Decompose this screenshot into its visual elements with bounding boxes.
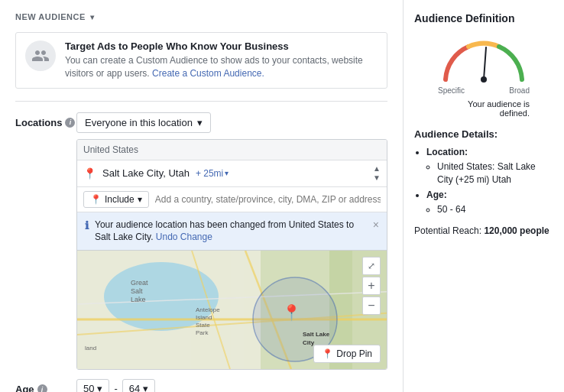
svg-line-21 <box>484 47 486 79</box>
svg-text:City: City <box>303 339 315 346</box>
location-pin-small-icon: 📍 <box>90 194 102 205</box>
svg-text:Great: Great <box>131 279 148 287</box>
svg-text:📍: 📍 <box>282 303 301 322</box>
locations-info-icon[interactable]: i <box>65 118 75 128</box>
reach-number: 120,000 people <box>484 225 549 236</box>
custom-audience-banner: Target Ads to People Who Know Your Busin… <box>15 32 387 89</box>
gauge-defined-text: Your audience is defined. <box>438 99 530 118</box>
map-controls: ⤢ + − <box>362 257 381 315</box>
age-min-chevron-icon: ▾ <box>97 383 102 392</box>
detail-age: Age: 50 - 64 <box>426 189 553 216</box>
drop-pin-icon: 📍 <box>322 348 333 359</box>
location-item: 📍 Salt Lake City, Utah + 25mi ▾ ▲ ▼ <box>77 160 387 187</box>
svg-text:Park: Park <box>196 329 209 336</box>
banner-description: You can create a Custom Audience to show… <box>65 54 378 80</box>
age-content: 50 ▾ - 64 ▾ <box>76 379 387 392</box>
detail-location: Location: United States: Salt Lake City … <box>426 146 553 186</box>
location-notice: ℹ Your audience location has been change… <box>77 212 387 251</box>
divider <box>15 101 387 102</box>
banner-title: Target Ads to People Who Know Your Busin… <box>65 40 378 52</box>
create-custom-audience-link[interactable]: Create a Custom Audience. <box>152 68 264 79</box>
locations-row: Locations i Everyone in this location ▾ … <box>15 112 387 371</box>
age-row: Age i 50 ▾ - 64 ▾ <box>15 379 387 392</box>
gauge-svg <box>438 34 530 83</box>
map-expand-button[interactable]: ⤢ <box>362 257 381 275</box>
header-chevron-icon: ▾ <box>90 13 95 21</box>
location-pin-icon: 📍 <box>83 167 96 180</box>
banner-text: Target Ads to People Who Know Your Busin… <box>65 40 378 80</box>
drop-pin-button[interactable]: 📍 Drop Pin <box>313 345 381 363</box>
gauge-container: Specific Broad Your audience is defined. <box>414 34 553 118</box>
audience-details-title: Audience Details: <box>414 128 553 140</box>
gauge-labels: Specific Broad <box>438 86 530 95</box>
svg-text:Salt: Salt <box>131 287 143 295</box>
header-title: NEW AUDIENCE <box>15 12 86 21</box>
notice-info-icon: ℹ <box>85 219 89 232</box>
add-location-input[interactable] <box>155 194 381 205</box>
potential-reach: Potential Reach: 120,000 people <box>414 225 553 236</box>
notice-close-icon[interactable]: × <box>373 219 379 231</box>
map-container: 📍 Great Salt Lake Antelope Island State … <box>77 251 387 369</box>
map-zoom-in-button[interactable]: + <box>362 277 381 295</box>
location-radius-control[interactable]: + 25mi ▾ <box>196 168 229 179</box>
audience-details: Audience Details: Location: United State… <box>414 128 553 216</box>
include-chevron-icon: ▾ <box>138 194 142 205</box>
age-min-select[interactable]: 50 ▾ <box>76 379 109 392</box>
location-city: Salt Lake City, Utah <box>102 167 190 179</box>
age-max-select[interactable]: 64 ▾ <box>122 379 155 392</box>
detail-age-value: 50 - 64 <box>437 203 553 216</box>
include-row: 📍 Include ▾ <box>77 187 387 212</box>
audience-icon <box>25 40 56 71</box>
gauge-wrapper <box>438 34 530 83</box>
svg-text:Lake: Lake <box>131 296 146 303</box>
scroll-down-icon[interactable]: ▼ <box>373 174 381 182</box>
age-info-icon[interactable]: i <box>37 384 47 392</box>
svg-text:Salt Lake: Salt Lake <box>303 331 330 338</box>
svg-text:land: land <box>85 345 96 352</box>
sidebar-title: Audience Definition <box>414 12 553 24</box>
svg-point-22 <box>481 76 487 83</box>
location-type-chevron-icon: ▾ <box>197 117 203 128</box>
new-audience-header[interactable]: NEW AUDIENCE ▾ <box>15 12 387 21</box>
location-country: United States <box>77 140 387 160</box>
undo-change-link[interactable]: Undo Change <box>156 232 212 242</box>
age-separator: - <box>114 383 117 392</box>
location-type-select[interactable]: Everyone in this location ▾ <box>76 112 211 133</box>
detail-location-value: United States: Salt Lake City (+25 mi) U… <box>437 160 553 186</box>
notice-text: Your audience location has been changed … <box>95 219 367 245</box>
locations-label: Locations i <box>15 112 76 128</box>
audience-definition-sidebar: Audience Definition Specific Broad <box>404 0 564 392</box>
svg-text:State: State <box>196 322 210 329</box>
age-label: Age i <box>15 379 76 392</box>
locations-content: Everyone in this location ▾ United State… <box>76 112 387 371</box>
radius-chevron-icon: ▾ <box>225 169 229 177</box>
people-icon <box>31 47 50 65</box>
scroll-up-icon[interactable]: ▲ <box>373 165 381 173</box>
svg-text:Island: Island <box>196 314 212 321</box>
map-zoom-out-button[interactable]: − <box>362 296 381 315</box>
include-button[interactable]: 📍 Include ▾ <box>83 191 149 208</box>
age-max-chevron-icon: ▾ <box>143 383 148 392</box>
svg-text:Antelope: Antelope <box>196 306 220 313</box>
location-box: United States 📍 Salt Lake City, Utah + 2… <box>76 139 387 371</box>
